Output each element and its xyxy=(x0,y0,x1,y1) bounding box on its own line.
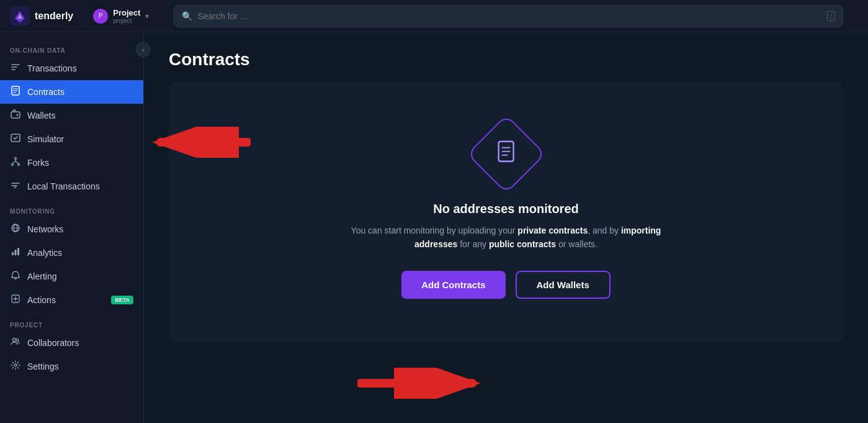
sidebar-section-onchain: ON-CHAIN DATA xyxy=(0,42,143,57)
project-icon: P xyxy=(93,9,108,24)
sidebar-item-forks[interactable]: Forks xyxy=(0,151,143,175)
add-wallets-button[interactable]: Add Wallets xyxy=(516,271,611,299)
sidebar-item-label: Wallets xyxy=(27,111,133,121)
beta-badge: Beta xyxy=(111,296,133,304)
svg-point-9 xyxy=(18,164,20,166)
page-title: Contracts xyxy=(169,50,843,70)
svg-rect-12 xyxy=(15,250,17,255)
sidebar-item-label: Networks xyxy=(27,224,133,234)
sidebar-item-settings[interactable]: Settings xyxy=(0,355,143,378)
sidebar-item-local-transactions[interactable]: Local Transactions xyxy=(0,175,143,198)
sidebar-item-wallets[interactable]: Wallets xyxy=(0,104,143,127)
alerting-icon xyxy=(10,270,21,283)
svg-point-8 xyxy=(12,164,14,166)
sidebar-item-actions[interactable]: Actions Beta xyxy=(0,288,143,312)
sidebar-item-label: Collaborators xyxy=(27,338,133,348)
contract-icon xyxy=(494,139,519,169)
forks-icon xyxy=(10,157,21,169)
sidebar-item-analytics[interactable]: Analytics xyxy=(0,241,143,265)
search-shortcut: / xyxy=(827,11,835,21)
content-area: Contracts No addresses monitored You can… xyxy=(144,32,868,423)
search-icon: 🔍 xyxy=(182,11,192,21)
svg-point-16 xyxy=(16,339,19,341)
sidebar-item-label: Forks xyxy=(27,158,133,168)
sidebar-item-simulator[interactable]: Simulator xyxy=(0,127,143,151)
sidebar-item-label: Contracts xyxy=(27,87,133,97)
search-bar[interactable]: 🔍 / xyxy=(174,5,843,27)
contract-icon-wrapper xyxy=(467,114,545,193)
svg-rect-11 xyxy=(12,252,14,255)
tenderly-logo-icon xyxy=(10,6,30,26)
sidebar-item-label: Local Transactions xyxy=(27,181,133,191)
local-transactions-icon xyxy=(10,180,21,193)
svg-rect-13 xyxy=(17,248,19,255)
search-input[interactable] xyxy=(197,11,821,21)
add-contracts-button[interactable]: Add Contracts xyxy=(401,271,505,299)
sidebar-item-label: Simulator xyxy=(27,134,133,144)
logo-text: tenderly xyxy=(35,11,73,22)
sidebar-item-label: Analytics xyxy=(27,248,133,258)
sidebar-item-transactions[interactable]: Transactions xyxy=(0,57,143,80)
sidebar-item-networks[interactable]: Networks xyxy=(0,217,143,241)
networks-icon xyxy=(10,223,21,235)
svg-point-15 xyxy=(13,339,16,342)
simulator-icon xyxy=(10,133,21,145)
project-name: Project xyxy=(113,8,140,17)
main-layout: ‹ ON-CHAIN DATA Transactions Contracts W… xyxy=(0,32,868,423)
transactions-icon xyxy=(10,62,21,75)
project-selector[interactable]: P Project project ▾ xyxy=(93,8,149,24)
empty-state-description: You can start monitoring by uploading yo… xyxy=(333,224,680,252)
actions-icon xyxy=(10,294,21,306)
sidebar-section-project: PROJECT xyxy=(0,317,143,331)
empty-state-card: No addresses monitored You can start mon… xyxy=(169,82,843,343)
sidebar-item-collaborators[interactable]: Collaborators xyxy=(0,331,143,355)
svg-point-17 xyxy=(14,364,17,366)
sidebar-item-contracts[interactable]: Contracts xyxy=(0,80,143,104)
sidebar-collapse-button[interactable]: ‹ xyxy=(136,42,151,57)
svg-point-5 xyxy=(17,114,19,116)
contracts-icon xyxy=(10,86,21,98)
wallets-icon xyxy=(10,109,21,122)
sidebar-item-label: Transactions xyxy=(27,63,133,73)
svg-point-7 xyxy=(15,158,17,160)
sidebar-item-label: Actions xyxy=(27,295,105,305)
sidebar-item-alerting[interactable]: Alerting xyxy=(0,265,143,288)
sidebar-item-label: Alerting xyxy=(27,271,133,281)
header: tenderly P Project project ▾ 🔍 / xyxy=(0,0,868,32)
page-header: Contracts xyxy=(144,32,868,82)
empty-state-title: No addresses monitored xyxy=(433,202,579,216)
settings-icon xyxy=(10,360,21,373)
sidebar-item-label: Settings xyxy=(27,362,133,371)
analytics-icon xyxy=(10,247,21,259)
arrow-content-indicator xyxy=(357,368,481,401)
collaborators-icon xyxy=(10,337,21,349)
svg-rect-4 xyxy=(11,112,20,118)
sidebar: ‹ ON-CHAIN DATA Transactions Contracts W… xyxy=(0,32,144,423)
project-sub: project xyxy=(113,17,140,24)
action-buttons: Add Contracts Add Wallets xyxy=(401,271,611,299)
sidebar-section-monitoring: MONITORING xyxy=(0,203,143,217)
chevron-down-icon: ▾ xyxy=(145,12,149,20)
logo-area[interactable]: tenderly xyxy=(10,6,73,26)
